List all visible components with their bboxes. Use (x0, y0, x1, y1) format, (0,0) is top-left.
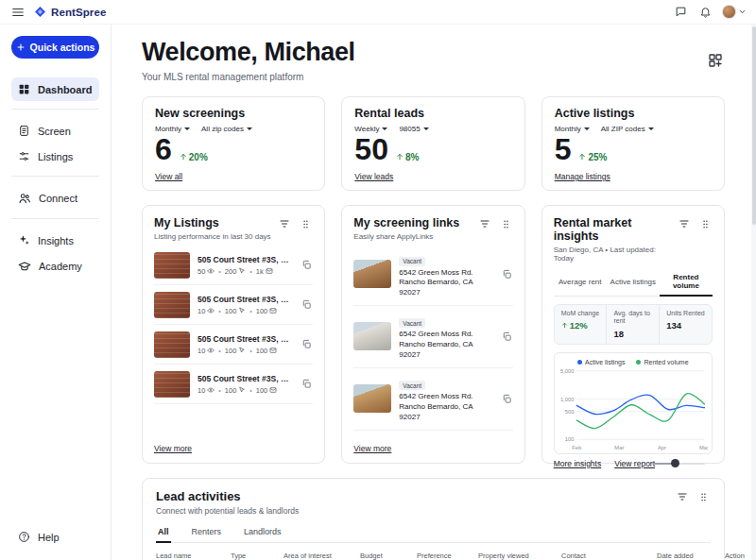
tab-average-rent[interactable]: Average rent (554, 269, 607, 296)
user-menu[interactable] (722, 5, 747, 19)
filter-icon[interactable] (277, 216, 292, 231)
main-content: Welcome, Michael Your MLS rental managem… (112, 25, 756, 560)
quick-actions-label: Quick actions (30, 42, 95, 53)
copy-icon[interactable] (301, 378, 313, 390)
card-subtitle: Connect with potential leads & landlords (156, 506, 299, 516)
copy-icon[interactable] (501, 393, 513, 405)
notifications-bell-icon[interactable] (697, 4, 713, 20)
customize-dashboard-icon[interactable] (706, 51, 725, 70)
leads-table: Lead name Type Area of interest Budget P… (156, 543, 711, 560)
listings-list: 505 Court Street #3S, Brooklyn 50 200 1k (154, 246, 313, 404)
filter-icon[interactable] (675, 489, 690, 504)
listing-thumbnail (154, 371, 190, 398)
vacancy-badge: Vacant (399, 381, 425, 390)
brand-logo[interactable]: RentSpree (34, 6, 106, 18)
chevron-down-icon (738, 8, 747, 16)
more-insights-link[interactable]: More insights (554, 459, 602, 468)
drag-handle-icon[interactable] (299, 216, 313, 231)
property-thumbnail (353, 260, 391, 288)
drag-handle-icon[interactable] (698, 216, 713, 231)
view-all-link[interactable]: View all (155, 172, 182, 181)
sidebar-item-help[interactable]: Help (11, 525, 99, 549)
property-address: 6542 Green Moss Rd. Rancho Bernardo, CA … (399, 268, 492, 298)
sidebar-item-dashboard[interactable]: Dashboard (11, 77, 99, 101)
filter-icon[interactable] (677, 216, 692, 231)
zipcode-dropdown[interactable]: All ZIP codes (601, 125, 654, 133)
tab-rented-volume[interactable]: Rented volume (660, 269, 713, 296)
listing-address: 505 Court Street #3S, Brooklyn (198, 374, 293, 383)
screening-link-row: Vacant 6542 Green Moss Rd. Rancho Bernar… (353, 306, 512, 368)
filter-icon[interactable] (477, 216, 492, 231)
drag-handle-icon[interactable] (696, 489, 711, 504)
listing-row: 505 Court Street #3S, Brooklyn 10 100 10… (154, 325, 313, 365)
view-more-link[interactable]: View more (353, 444, 391, 453)
manage-listings-link[interactable]: Manage listings (555, 172, 610, 181)
dashboard-grid-icon (18, 83, 30, 95)
stat-change: 20% (180, 152, 208, 162)
copy-icon[interactable] (501, 268, 513, 280)
copy-icon[interactable] (301, 338, 313, 350)
card-title: Lead activities (156, 489, 299, 503)
drag-handle-icon[interactable] (499, 216, 513, 231)
view-leads-link[interactable]: View leads (354, 172, 393, 181)
card-title: My screening links (353, 216, 459, 229)
app-window: RentSpree Quick actions (0, 0, 756, 560)
sidebar-item-insights[interactable]: Insights (11, 229, 99, 252)
mail-icon (269, 347, 277, 354)
sidebar-item-academy[interactable]: Academy (11, 254, 99, 279)
column-header: Type (231, 552, 278, 560)
chevron-down-icon (648, 127, 654, 130)
mail-icon (269, 386, 277, 394)
sidebar-item-listings[interactable]: Listings (11, 144, 99, 168)
scrollbar-thumb[interactable] (752, 26, 756, 225)
svg-text:1,000: 1,000 (560, 396, 574, 401)
page-title: Welcome, Michael (142, 38, 355, 67)
card-market-insights: Rental market insights San Diego, CA • L… (541, 205, 725, 464)
listing-thumbnail (154, 252, 190, 279)
stat-value: 5 (555, 134, 572, 166)
sidebar-item-screen[interactable]: Screen (11, 119, 99, 143)
eye-icon (207, 307, 215, 314)
zipcode-dropdown[interactable]: All zip codes (201, 125, 252, 133)
column-header: Contact (561, 552, 651, 560)
zipcode-dropdown[interactable]: 98055 (399, 125, 428, 133)
stat-cards-row: New screenings Monthly All zip codes 6 (142, 96, 725, 191)
svg-text:500: 500 (564, 408, 574, 414)
legend-rented-volume: Rented volume (636, 359, 688, 365)
scrollbar[interactable] (751, 25, 756, 560)
column-header: Area of interest (284, 552, 354, 560)
topbar: RentSpree (0, 0, 756, 25)
chevron-down-icon (382, 127, 387, 130)
menu-icon[interactable] (9, 4, 26, 21)
cursor-icon (238, 347, 246, 354)
copy-icon[interactable] (501, 331, 513, 343)
rentspree-logo-icon (34, 6, 46, 18)
copy-icon[interactable] (301, 259, 313, 271)
svg-text:5,000: 5,000 (560, 367, 574, 373)
page-subtitle: Your MLS rental management platform (142, 72, 355, 82)
view-more-link[interactable]: View more (154, 444, 192, 453)
lead-tabs: All Renters Landlords (156, 524, 711, 543)
card-screening-links: My screening links Easily share ApplyLin… (341, 205, 524, 464)
tab-landlords[interactable]: Landlords (242, 524, 284, 542)
slider-thumb[interactable] (671, 459, 679, 467)
vacancy-badge: Vacant (399, 318, 425, 328)
view-report-link[interactable]: View report (614, 459, 655, 468)
stat-avg-days-to-rent: Avg. days to rent 18 (606, 305, 659, 344)
dropdown-value: All zip codes (201, 125, 244, 133)
sidebar-item-connect[interactable]: Connect (11, 186, 99, 211)
eye-icon (207, 267, 215, 275)
quick-actions-button[interactable]: Quick actions (11, 36, 99, 59)
column-header: Lead name (156, 552, 225, 560)
card-subtitle: Easily share ApplyLinks (353, 232, 459, 241)
screening-link-row: Vacant 6542 Green Moss Rd. Rancho Bernar… (353, 431, 512, 438)
chat-icon[interactable] (673, 4, 689, 20)
tab-all[interactable]: All (156, 524, 171, 542)
middle-cards-row: My Listings Listing performance in last … (142, 205, 725, 464)
cursor-icon (238, 307, 246, 314)
tab-renters[interactable]: Renters (190, 524, 224, 542)
listing-thumbnail (154, 331, 190, 358)
copy-icon[interactable] (301, 298, 313, 311)
tab-active-listings[interactable]: Active listings (607, 269, 660, 296)
card-rental-leads: Rental leads Weekly 98055 50 (341, 96, 524, 191)
